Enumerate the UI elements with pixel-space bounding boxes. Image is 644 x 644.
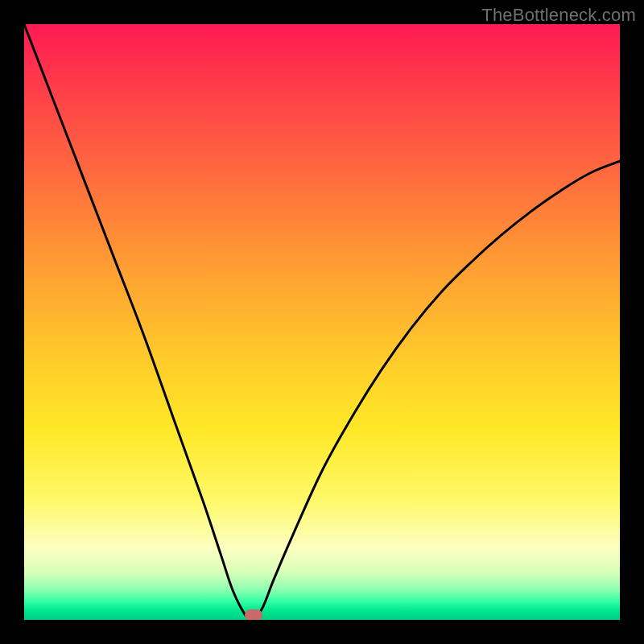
optimal-marker <box>245 609 262 620</box>
curve-svg <box>24 24 620 620</box>
watermark-text: TheBottleneck.com <box>481 5 636 26</box>
bottleneck-curve <box>24 24 620 620</box>
plot-area <box>24 24 620 620</box>
chart-frame: TheBottleneck.com <box>0 0 644 644</box>
